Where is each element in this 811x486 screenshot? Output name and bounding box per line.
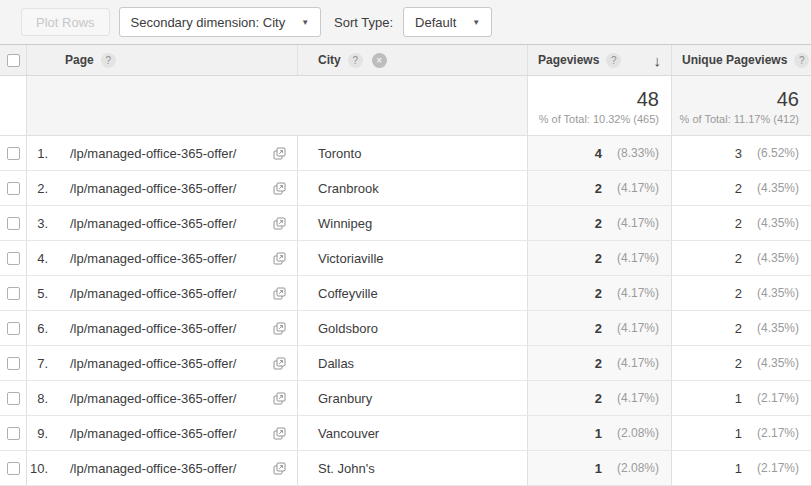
- unique-pageviews-cell: 2 (4.35%): [672, 276, 811, 310]
- row-checkbox[interactable]: [7, 357, 20, 370]
- column-header-pageviews[interactable]: Pageviews ? ↓: [528, 45, 672, 75]
- select-all-checkbox[interactable]: [7, 54, 20, 67]
- help-icon[interactable]: ?: [794, 53, 809, 68]
- city-cell: Dallas: [298, 346, 528, 380]
- row-checkbox[interactable]: [7, 462, 20, 475]
- pageviews-percent: (4.17%): [611, 321, 659, 335]
- row-index: 6.: [27, 321, 48, 336]
- row-checkbox[interactable]: [7, 322, 20, 335]
- unique-pageviews-percent: (4.35%): [751, 181, 799, 195]
- pageviews-value: 4: [595, 146, 602, 161]
- pageviews-value: 2: [595, 391, 602, 406]
- table-row: 7. /lp/managed-office-365-offer/ Dallas …: [0, 346, 811, 381]
- unique-pageviews-cell: 1 (2.17%): [672, 451, 811, 485]
- open-page-icon[interactable]: [273, 217, 286, 230]
- open-page-icon[interactable]: [273, 252, 286, 265]
- row-checkbox[interactable]: [7, 392, 20, 405]
- open-page-icon[interactable]: [273, 427, 286, 440]
- pageviews-percent: (2.08%): [611, 426, 659, 440]
- chevron-down-icon: ▼: [472, 18, 480, 27]
- row-checkbox[interactable]: [7, 147, 20, 160]
- summary-empty-cell: [0, 76, 27, 135]
- help-icon[interactable]: ?: [348, 53, 363, 68]
- remove-secondary-dimension-icon[interactable]: ×: [372, 53, 387, 68]
- unique-pageviews-value: 2: [735, 216, 742, 231]
- pageviews-percent: (4.17%): [611, 286, 659, 300]
- unique-pageviews-percent: (2.17%): [751, 461, 799, 475]
- page-cell: 9. /lp/managed-office-365-offer/: [27, 416, 298, 450]
- city-header-label: City: [318, 53, 341, 67]
- unique-pageviews-percent: (4.35%): [751, 251, 799, 265]
- unique-pageviews-value: 2: [735, 356, 742, 371]
- row-index: 10.: [27, 461, 48, 476]
- pageviews-cell: 4 (8.33%): [528, 136, 672, 170]
- column-header-unique-pageviews[interactable]: Unique Pageviews ?: [672, 45, 811, 75]
- table-header-row: Page ? City ? × Pageviews ? ↓ Unique Pag…: [0, 45, 811, 76]
- unique-pageviews-value: 2: [735, 251, 742, 266]
- help-icon[interactable]: ?: [606, 53, 621, 68]
- secondary-dimension-dropdown[interactable]: Secondary dimension: City ▼: [119, 7, 322, 37]
- city-value: Toronto: [318, 146, 361, 161]
- city-value: Granbury: [318, 391, 372, 406]
- open-page-icon[interactable]: [273, 392, 286, 405]
- secondary-dimension-label: Secondary dimension: City: [131, 15, 286, 30]
- city-cell: Victoriaville: [298, 241, 528, 275]
- row-checkbox[interactable]: [7, 182, 20, 195]
- open-page-icon[interactable]: [273, 357, 286, 370]
- row-checkbox[interactable]: [7, 287, 20, 300]
- row-checkbox[interactable]: [7, 252, 20, 265]
- city-cell: Toronto: [298, 136, 528, 170]
- row-checkbox[interactable]: [7, 427, 20, 440]
- city-value: Coffeyville: [318, 286, 378, 301]
- page-path: /lp/managed-office-365-offer/: [70, 356, 236, 371]
- city-value: St. John's: [318, 461, 375, 476]
- city-value: Vancouver: [318, 426, 379, 441]
- data-table: Page ? City ? × Pageviews ? ↓ Unique Pag…: [0, 44, 811, 486]
- row-index: 1.: [27, 146, 48, 161]
- unique-pageviews-header-label: Unique Pageviews: [682, 53, 787, 67]
- table-row: 5. /lp/managed-office-365-offer/ Coffeyv…: [0, 276, 811, 311]
- unique-pageviews-percent: (2.17%): [751, 391, 799, 405]
- unique-pageviews-percent: (4.35%): [751, 286, 799, 300]
- open-page-icon[interactable]: [273, 182, 286, 195]
- pageviews-cell: 2 (4.17%): [528, 206, 672, 240]
- pageviews-value: 2: [595, 356, 602, 371]
- city-value: Goldsboro: [318, 321, 378, 336]
- pageviews-value: 2: [595, 321, 602, 336]
- sort-type-label: Sort Type:: [334, 15, 393, 30]
- table-row: 4. /lp/managed-office-365-offer/ Victori…: [0, 241, 811, 276]
- unique-pageviews-cell: 2 (4.35%): [672, 171, 811, 205]
- pageviews-percent: (4.17%): [611, 391, 659, 405]
- row-checkbox-cell: [0, 206, 27, 240]
- row-checkbox-cell: [0, 136, 27, 170]
- row-checkbox-cell: [0, 381, 27, 415]
- unique-pageviews-total: 46: [777, 87, 799, 111]
- open-page-icon[interactable]: [273, 462, 286, 475]
- unique-pageviews-pct-of-total: % of Total: 11.17% (412): [680, 113, 799, 125]
- row-checkbox-cell: [0, 311, 27, 345]
- row-checkbox-cell: [0, 276, 27, 310]
- page-path: /lp/managed-office-365-offer/: [70, 321, 236, 336]
- column-header-city[interactable]: City ? ×: [298, 45, 528, 75]
- sort-type-dropdown[interactable]: Default ▼: [403, 7, 492, 37]
- city-cell: Vancouver: [298, 416, 528, 450]
- open-page-icon[interactable]: [273, 147, 286, 160]
- unique-pageviews-value: 2: [735, 286, 742, 301]
- unique-pageviews-value: 3: [735, 146, 742, 161]
- page-path: /lp/managed-office-365-offer/: [70, 286, 236, 301]
- table-row: 6. /lp/managed-office-365-offer/ Goldsbo…: [0, 311, 811, 346]
- unique-pageviews-cell: 1 (2.17%): [672, 416, 811, 450]
- unique-pageviews-percent: (2.17%): [751, 426, 799, 440]
- page-path: /lp/managed-office-365-offer/: [70, 461, 236, 476]
- column-header-page[interactable]: Page ?: [27, 45, 298, 75]
- plot-rows-button[interactable]: Plot Rows: [21, 8, 110, 36]
- help-icon[interactable]: ?: [101, 53, 116, 68]
- open-page-icon[interactable]: [273, 322, 286, 335]
- pageviews-value: 1: [595, 426, 602, 441]
- table-row: 9. /lp/managed-office-365-offer/ Vancouv…: [0, 416, 811, 451]
- row-checkbox[interactable]: [7, 217, 20, 230]
- open-page-icon[interactable]: [273, 287, 286, 300]
- pageviews-cell: 2 (4.17%): [528, 311, 672, 345]
- page-cell: 1. /lp/managed-office-365-offer/: [27, 136, 298, 170]
- page-path: /lp/managed-office-365-offer/: [70, 216, 236, 231]
